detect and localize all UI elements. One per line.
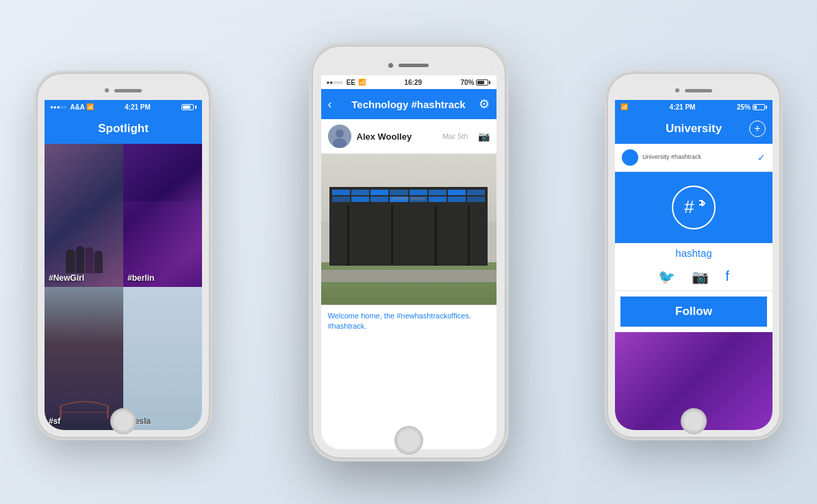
grid-item-tesla[interactable]: #tesla: [123, 287, 202, 430]
post-date: Mar 5th: [442, 132, 468, 140]
grid-item-sf[interactable]: #sf: [45, 287, 123, 430]
speaker: [114, 89, 142, 92]
phone-left: ●●●○○ A&A 📶 4:21 PM Spotlight: [38, 74, 209, 437]
right-nav-title: University: [666, 122, 722, 136]
social-row: 🐦 📷 f: [615, 263, 772, 291]
left-battery: [181, 104, 197, 110]
add-button[interactable]: +: [749, 121, 766, 137]
grid-label-berlin: #berlin: [127, 273, 154, 283]
hashtag-label: hashtag: [615, 243, 772, 263]
tweet-avatar: [622, 149, 638, 166]
grid-item-newgirl[interactable]: #NewGirl: [45, 144, 123, 287]
facebook-icon: f: [725, 268, 729, 285]
svg-point-4: [336, 129, 344, 138]
hashtag-card: #: [615, 172, 772, 243]
right-home-button[interactable]: [681, 408, 707, 434]
tweet-item: University #hashtrack ✓: [615, 144, 772, 172]
spotlight-grid: #NewGirl #berlin: [45, 144, 202, 430]
right-battery: 25%: [737, 103, 767, 111]
instagram-icon: 📷: [478, 131, 490, 142]
right-status-bar: 📶 4:21 PM 25%: [615, 100, 772, 114]
right-camera: [675, 88, 679, 92]
phone-left-camera-bar: [45, 81, 202, 100]
center-home-button[interactable]: [394, 426, 423, 455]
right-speaker: [685, 89, 712, 92]
center-camera-bar: [321, 55, 497, 75]
twitter-icon: 🐦: [658, 268, 675, 285]
center-battery: 70%: [460, 79, 490, 86]
post-meta: Alex Woolley: [357, 131, 438, 142]
center-speaker: [399, 64, 429, 67]
left-home-button[interactable]: [110, 408, 136, 434]
building-sign: electric works: [392, 195, 425, 201]
center-status-bar: ●●○○○ EE 📶 16:29 70%: [321, 75, 497, 89]
grid-label-sf: #sf: [49, 416, 60, 426]
post-caption: Welcome home, the #newhashtrackoffices. …: [321, 305, 497, 338]
post-header: Alex Woolley Mar 5th 📷: [321, 119, 497, 154]
right-camera-bar: [615, 81, 772, 100]
left-nav-title: Spotlight: [98, 122, 149, 136]
hashtag-icon-circle: #: [672, 186, 716, 229]
follow-button[interactable]: Follow: [620, 297, 767, 327]
post-username: Alex Woolley: [357, 131, 438, 142]
right-content: University #hashtrack ✓ #: [615, 144, 772, 430]
left-signal: ●●●○○ A&A 📶: [50, 103, 94, 111]
left-status-bar: ●●●○○ A&A 📶 4:21 PM: [45, 100, 202, 114]
grid-label-newgirl: #NewGirl: [49, 273, 84, 283]
post-image: electric works: [321, 154, 497, 305]
center-signal: ●●○○○ EE 📶: [327, 79, 366, 86]
camera-dot: [105, 88, 109, 92]
grid-item-berlin[interactable]: #berlin: [123, 144, 202, 287]
instagram-icon: 📷: [692, 268, 709, 285]
check-icon: ✓: [757, 152, 766, 163]
phones-container: ●●●○○ A&A 📶 4:21 PM Spotlight: [0, 0, 817, 504]
post-avatar: [328, 125, 351, 148]
back-button[interactable]: ‹: [328, 97, 332, 112]
settings-button[interactable]: ⚙: [479, 97, 490, 112]
tweet-text: University #hashtrack: [642, 153, 753, 162]
center-nav-title: Technology #hashtrack: [351, 99, 465, 110]
left-nav-bar: Spotlight: [45, 114, 202, 144]
center-camera: [388, 63, 393, 68]
phone-center: ●●○○○ EE 📶 16:29 70% ‹ Technology #hasht…: [313, 47, 505, 457]
right-wifi: 📶: [620, 103, 628, 110]
svg-text:#: #: [684, 197, 694, 217]
right-nav-bar: University +: [615, 114, 772, 144]
center-nav-bar: ‹ Technology #hashtrack ⚙: [321, 89, 497, 119]
phone-right: 📶 4:21 PM 25% University +: [608, 74, 779, 437]
